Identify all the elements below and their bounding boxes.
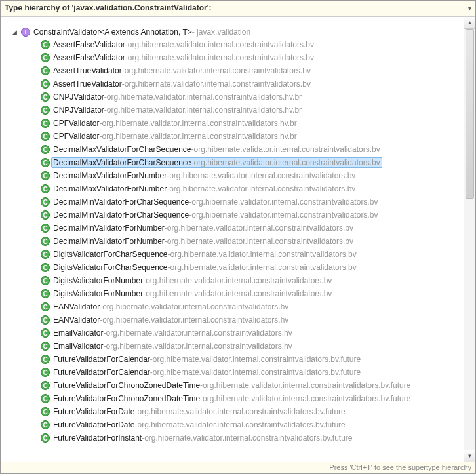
class-icon: C	[40, 170, 50, 181]
tree-item[interactable]: CCPFValidator - org.hibernate.validator.…	[3, 130, 475, 143]
tree-item[interactable]: CFutureValidatorForChronoZonedDateTime -…	[3, 379, 475, 392]
tree-item[interactable]: CEmailValidator - org.hibernate.validato…	[3, 340, 475, 353]
type-name: DecimalMaxValidatorForCharSequence	[53, 158, 191, 167]
tree-item[interactable]: CEANValidator - org.hibernate.validator.…	[3, 313, 475, 326]
tree-item[interactable]: CAssertFalseValidator - org.hibernate.va…	[3, 51, 475, 64]
tree-item[interactable]: CCNPJValidator - org.hibernate.validator…	[3, 104, 475, 117]
panel-title: Type hierarchy of 'javax.validation.Cons…	[5, 3, 212, 12]
package-name: org.hibernate.validator.internal.constra…	[167, 237, 353, 246]
tree-item[interactable]: CAssertFalseValidator - org.hibernate.va…	[3, 38, 475, 51]
tree-item[interactable]: CDecimalMinValidatorForNumber - org.hibe…	[3, 235, 475, 248]
root-package: - javax.validation	[192, 28, 250, 37]
tree-item[interactable]: CDecimalMinValidatorForNumber - org.hibe…	[3, 222, 475, 235]
class-icon: C	[40, 380, 50, 391]
type-name: FutureValidatorForChronoZonedDateTime	[53, 381, 200, 390]
item-label: FutureValidatorForCalendar - org.hiberna…	[53, 355, 361, 364]
tree-item[interactable]: CFutureValidatorForCalendar - org.hibern…	[3, 366, 475, 379]
collapse-icon[interactable]: ▾	[468, 5, 471, 12]
package-name: org.hibernate.validator.internal.constra…	[144, 433, 352, 443]
type-name: FutureValidatorForCalendar	[53, 368, 150, 377]
type-tree[interactable]: ◢ I ConstraintValidator<A extends Annota…	[1, 17, 475, 447]
tree-item[interactable]: CDecimalMaxValidatorForNumber - org.hibe…	[3, 169, 475, 182]
package-name: org.hibernate.validator.internal.constra…	[170, 250, 357, 259]
package-name: org.hibernate.validator.internal.constra…	[169, 184, 355, 193]
expander-icon[interactable]: ◢	[11, 29, 18, 35]
package-name: org.hibernate.validator.internal.constra…	[102, 315, 288, 325]
scroll-down-button[interactable]: ▼	[464, 450, 475, 462]
tree-item[interactable]: CAssertTrueValidator - org.hibernate.val…	[3, 64, 475, 77]
package-name: org.hibernate.validator.internal.constra…	[125, 79, 311, 89]
tree-item[interactable]: CDigitsValidatorForCharSequence - org.hi…	[3, 261, 475, 274]
item-label: DigitsValidatorForNumber - org.hibernate…	[53, 289, 332, 298]
tree-item[interactable]: CCNPJValidator - org.hibernate.validator…	[3, 90, 475, 104]
tree-item[interactable]: CDecimalMaxValidatorForNumber - org.hibe…	[3, 182, 475, 195]
class-icon: C	[40, 406, 50, 417]
package-name: org.hibernate.validator.internal.constra…	[125, 66, 311, 75]
scroll-up-button[interactable]: ▲	[464, 17, 475, 29]
class-icon: C	[40, 184, 50, 194]
package-name: org.hibernate.validator.internal.constra…	[167, 224, 353, 233]
tree-item[interactable]: CFutureValidatorForChronoZonedDateTime -…	[3, 392, 475, 405]
tree-item[interactable]: CFutureValidatorForDate - org.hibernate.…	[3, 418, 475, 431]
tree-item[interactable]: CDigitsValidatorForNumber - org.hibernat…	[3, 274, 475, 287]
item-label: DigitsValidatorForCharSequence - org.hib…	[53, 250, 357, 259]
item-label: FutureValidatorForDate - org.hibernate.v…	[53, 407, 346, 416]
item-label: DecimalMaxValidatorForNumber - org.hiber…	[53, 184, 355, 193]
item-label: DecimalMinValidatorForCharSequence - org…	[53, 197, 378, 207]
scroll-track[interactable]	[464, 29, 475, 450]
type-hierarchy-panel: Type hierarchy of 'javax.validation.Cons…	[0, 0, 476, 474]
item-label: EmailValidator - org.hibernate.validator…	[53, 342, 292, 351]
type-name: AssertFalseValidator	[53, 40, 125, 49]
item-label: FutureValidatorForChronoZonedDateTime - …	[53, 394, 410, 403]
class-icon: C	[40, 288, 50, 299]
package-name: org.hibernate.validator.internal.constra…	[106, 328, 292, 338]
tree-item[interactable]: CDigitsValidatorForNumber - org.hibernat…	[3, 287, 475, 300]
item-label: FutureValidatorForInstant - org.hibernat…	[53, 433, 352, 443]
type-name: DecimalMaxValidatorForCharSequence	[53, 145, 191, 154]
class-icon: C	[40, 131, 50, 142]
type-name: DecimalMinValidatorForCharSequence	[53, 210, 189, 220]
type-name: FutureValidatorForDate	[53, 407, 135, 416]
tree-item[interactable]: CDecimalMaxValidatorForCharSequence - or…	[3, 156, 475, 169]
type-name: AssertTrueValidator	[53, 79, 122, 89]
class-icon: C	[40, 393, 50, 404]
package-name: org.hibernate.validator.internal.constra…	[146, 289, 332, 298]
class-icon: C	[40, 354, 50, 365]
panel-body: ◢ I ConstraintValidator<A extends Annota…	[1, 17, 475, 462]
svg-text:I: I	[25, 29, 27, 35]
type-name: CPFValidator	[53, 132, 99, 141]
tree-item[interactable]: CEANValidator - org.hibernate.validator.…	[3, 300, 475, 313]
class-icon: C	[40, 236, 50, 247]
package-name: org.hibernate.validator.internal.constra…	[102, 302, 288, 311]
package-name: org.hibernate.validator.internal.constra…	[106, 342, 292, 351]
type-name: DigitsValidatorForNumber	[53, 289, 143, 298]
tree-item[interactable]: CEmailValidator - org.hibernate.validato…	[3, 326, 475, 340]
class-icon: C	[40, 420, 50, 430]
class-icon: C	[40, 92, 50, 102]
package-name: org.hibernate.validator.internal.constra…	[170, 263, 357, 272]
type-name: DecimalMinValidatorForNumber	[53, 224, 165, 233]
package-name: org.hibernate.validator.internal.constra…	[203, 394, 410, 403]
tree-root-row[interactable]: ◢ I ConstraintValidator<A extends Annota…	[3, 26, 475, 38]
tree-item[interactable]: CDecimalMinValidatorForCharSequence - or…	[3, 208, 475, 222]
package-name: org.hibernate.validator.internal.constra…	[138, 420, 346, 429]
class-icon: C	[40, 328, 50, 338]
class-icon: C	[40, 262, 50, 273]
item-label: CNPJValidator - org.hibernate.validator.…	[53, 106, 302, 115]
class-icon: C	[40, 210, 50, 220]
panel-header: Type hierarchy of 'javax.validation.Cons…	[1, 1, 475, 17]
tree-item[interactable]: CDecimalMaxValidatorForCharSequence - or…	[3, 143, 475, 156]
vertical-scrollbar[interactable]: ▲ ▼	[464, 17, 475, 462]
scroll-thumb[interactable]	[466, 29, 474, 199]
tree-item[interactable]: CFutureValidatorForInstant - org.hiberna…	[3, 431, 475, 444]
tree-item[interactable]: CDecimalMinValidatorForCharSequence - or…	[3, 195, 475, 208]
tree-item[interactable]: CFutureValidatorForCalendar - org.hibern…	[3, 353, 475, 366]
tree-item[interactable]: CFutureValidatorForDate - org.hibernate.…	[3, 405, 475, 418]
tree-item[interactable]: CAssertTrueValidator - org.hibernate.val…	[3, 77, 475, 90]
tree-item[interactable]: CCPFValidator - org.hibernate.validator.…	[3, 117, 475, 130]
tree-item[interactable]: CDigitsValidatorForCharSequence - org.hi…	[3, 248, 475, 261]
class-icon: C	[40, 249, 50, 260]
type-name: DecimalMinValidatorForNumber	[53, 237, 165, 246]
class-icon: C	[40, 341, 50, 351]
type-name: EmailValidator	[53, 342, 103, 351]
